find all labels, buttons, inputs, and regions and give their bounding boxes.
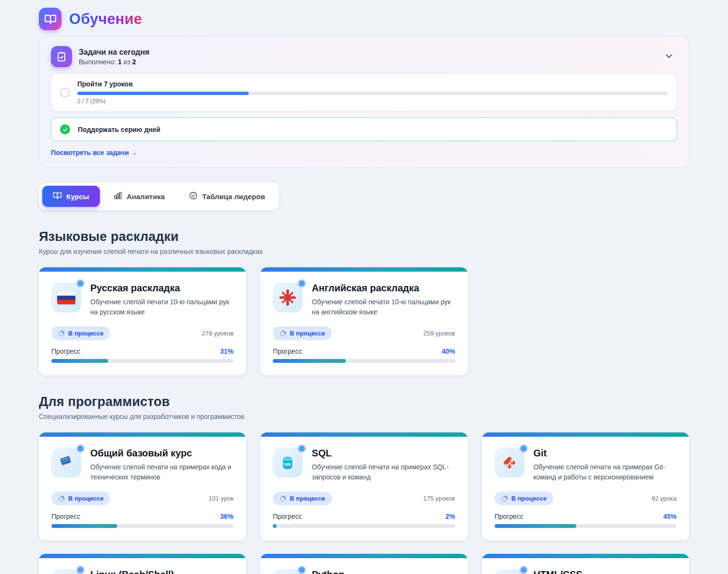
task-progress-fill — [77, 92, 249, 95]
status-badge: В процессе — [273, 491, 331, 505]
task-progress-caption: 2 / 7 (29%) — [77, 98, 668, 105]
tab-leaderboard[interactable]: Таблица лидеров — [178, 186, 276, 207]
course-description: Обучение слепой печати на примерах SQL-з… — [312, 462, 455, 482]
course-card-htmlcss[interactable]: 5 3 HTML/CSS Обучение слепой печати на п… — [482, 554, 689, 574]
course-title: Linux (Bash/Shell) — [90, 569, 233, 574]
progress-track — [51, 524, 233, 528]
sql-database-icon: SQL — [273, 448, 303, 478]
git-logo-icon — [495, 448, 524, 478]
badge-label: В процессе — [290, 495, 325, 502]
section-title: Для программистов — [39, 395, 689, 409]
progress-label: Прогресс — [51, 513, 80, 520]
tab-bar: Курсы Аналитика Таблица лидеров — [39, 182, 279, 210]
keyboard-3d-icon — [51, 448, 81, 478]
book-icon — [39, 8, 61, 30]
bar-chart-icon — [113, 191, 122, 202]
task-check-icon[interactable] — [60, 124, 70, 134]
clipboard-check-icon — [51, 46, 72, 67]
course-card-russian[interactable]: Русская раскладка Обучение слепой печати… — [39, 267, 246, 375]
progress-fill — [51, 524, 117, 528]
status-badge: В процессе — [51, 326, 110, 340]
lessons-count: 175 уроков — [424, 495, 455, 502]
view-all-tasks-link[interactable]: Посмотреть все задачи → — [51, 149, 137, 156]
tab-courses[interactable]: Курсы — [42, 186, 100, 207]
status-dot — [521, 567, 527, 573]
check-badge-icon — [189, 191, 198, 202]
tab-label: Курсы — [66, 192, 89, 201]
card-accent-bar — [482, 432, 689, 437]
course-card-git[interactable]: Git Обучение слепой печати на примерах G… — [482, 432, 689, 540]
section-title: Языковые раскладки — [39, 229, 689, 244]
progress-fill — [273, 359, 346, 363]
section-subtitle: Специализированные курсы для разработчик… — [39, 413, 689, 420]
section-programmers: Для программистов Специализированные кур… — [39, 395, 689, 420]
python-logo-icon — [273, 569, 303, 574]
course-description: Обучение слепой печати 10-ю пальцами рук… — [90, 297, 233, 317]
daily-tasks-panel: Задачи на сегодня Выполнено: 1 из 2 Прой… — [39, 36, 689, 168]
progress-track — [51, 359, 233, 363]
course-card-general[interactable]: Общий базовый курс Обучение слепой печат… — [39, 432, 246, 540]
course-title: Русская раскладка — [90, 283, 233, 294]
progress-fill — [273, 524, 277, 528]
spinner-icon — [279, 330, 286, 337]
layouts-card-grid: Русская раскладка Обучение слепой печати… — [39, 267, 689, 375]
tasks-header: Задачи на сегодня Выполнено: 1 из 2 — [51, 46, 677, 67]
status-dot — [299, 567, 305, 573]
programmers-card-grid: Общий базовый курс Обучение слепой печат… — [39, 432, 689, 574]
status-dot — [299, 280, 305, 287]
progress-label: Прогресс — [273, 347, 302, 355]
card-accent-bar — [260, 432, 467, 437]
completed-label: Выполнено: — [79, 58, 116, 66]
progress-percent: 31% — [220, 347, 233, 355]
progress-label: Прогресс — [51, 347, 80, 355]
completed-count: 1 — [118, 58, 121, 66]
task-body: Поддержать серию дней — [78, 126, 668, 133]
card-accent-bar — [39, 432, 246, 437]
task-progress-track — [77, 92, 668, 95]
badge-label: В процессе — [68, 495, 103, 502]
card-accent-bar — [39, 267, 246, 272]
progress-fill — [495, 524, 577, 528]
course-card-english[interactable]: Английская раскладка Обучение слепой печ… — [260, 267, 467, 375]
course-title: Общий базовый курс — [90, 448, 233, 459]
progress-fill — [51, 359, 108, 363]
status-badge: В процессе — [273, 326, 331, 340]
tab-analytics[interactable]: Аналитика — [103, 186, 175, 207]
badge-label: В процессе — [290, 330, 325, 337]
course-card-linux[interactable]: $ Linux (Bash/Shell) Обучение слепой печ… — [39, 554, 246, 574]
spinner-icon — [58, 330, 65, 337]
spinner-icon — [279, 495, 286, 502]
chevron-down-icon[interactable] — [661, 48, 677, 66]
section-layouts: Языковые раскладки Курсы для изучения сл… — [39, 229, 689, 255]
lessons-count: 101 урок — [209, 495, 234, 502]
section-subtitle: Курсы для изучения слепой печати на разл… — [39, 248, 689, 255]
html5-logo-icon: 5 3 — [495, 569, 524, 574]
page-title: Обучение — [69, 11, 142, 28]
status-badge: В процессе — [495, 491, 553, 505]
task-row-lessons[interactable]: Пройти 7 уроков 2 / 7 (29%) — [51, 73, 677, 111]
card-accent-bar — [39, 554, 246, 558]
course-title: Python — [312, 569, 455, 574]
bash-cube-icon: $ — [51, 569, 81, 574]
spinner-icon — [58, 495, 65, 502]
of-label: из — [123, 58, 130, 66]
task-unchecked-circle[interactable] — [60, 88, 70, 97]
status-badge: В процессе — [51, 491, 110, 505]
progress-track — [495, 524, 677, 528]
progress-track — [273, 524, 455, 528]
course-description: Обучение слепой печати 10-ю пальцами рук… — [312, 297, 455, 317]
lessons-count: 259 уроков — [424, 330, 455, 337]
course-card-python[interactable]: Python Обучение слепой печати на примера… — [260, 554, 467, 574]
lessons-count: 62 урока — [652, 495, 677, 502]
course-card-sql[interactable]: SQL SQL Обучение слепой печати на пример… — [260, 432, 467, 540]
status-dot — [521, 445, 527, 452]
learning-page: Обучение Задачи на сегодня Выполнено: 1 … — [0, 0, 728, 574]
progress-label: Прогресс — [495, 513, 523, 520]
book-icon — [53, 191, 62, 202]
lessons-count: 278 уроков — [202, 330, 233, 337]
badge-label: В процессе — [511, 495, 546, 502]
progress-percent: 40% — [442, 347, 455, 355]
tab-label: Таблица лидеров — [202, 192, 265, 201]
task-row-streak[interactable]: Поддержать серию дней — [51, 118, 677, 141]
progress-percent: 45% — [663, 513, 677, 520]
